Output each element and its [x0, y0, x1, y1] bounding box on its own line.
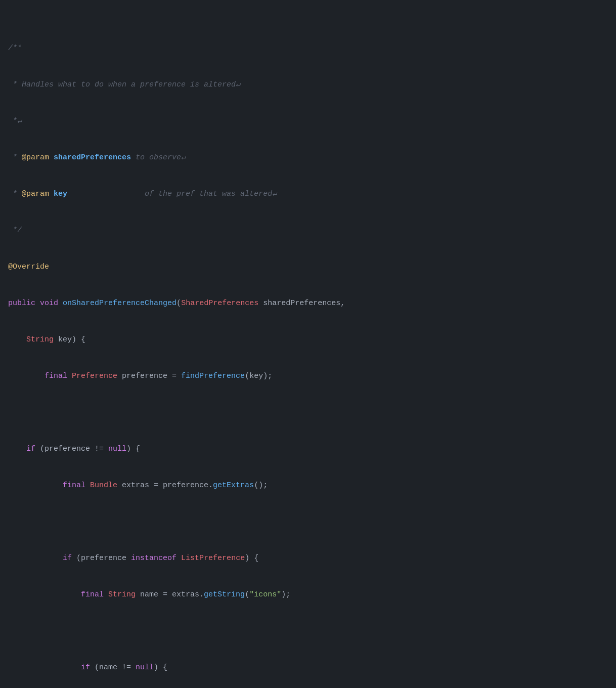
code-line-5: * @param key of the pref that was altere… — [0, 188, 616, 200]
code-line-1: /** — [0, 42, 616, 55]
code-line-8: public void onSharedPreferenceChanged(Sh… — [0, 297, 616, 310]
code-line-2: * Handles what to do when a preference i… — [0, 79, 616, 91]
code-line-18: if (name != null) { — [0, 662, 616, 674]
code-line-6: */ — [0, 225, 616, 237]
code-line-4: * @param sharedPreferences to observe↵ — [0, 152, 616, 164]
code-editor: /** * Handles what to do when a preferen… — [0, 0, 616, 688]
code-line-15: if (preference instanceof ListPreference… — [0, 552, 616, 565]
code-line-17 — [0, 625, 616, 637]
code-line-7: @Override — [0, 261, 616, 273]
code-line-10: final Preference preference = findPrefer… — [0, 370, 616, 382]
code-line-11 — [0, 407, 616, 419]
code-line-12: if (preference != null) { — [0, 443, 616, 455]
code-line-9: String key) { — [0, 334, 616, 346]
code-line-16: final String name = extras.getString("ic… — [0, 589, 616, 601]
code-line-3: *↵ — [0, 115, 616, 127]
code-line-13: final Bundle extras = preference.getExtr… — [0, 480, 616, 492]
code-line-14 — [0, 516, 616, 528]
